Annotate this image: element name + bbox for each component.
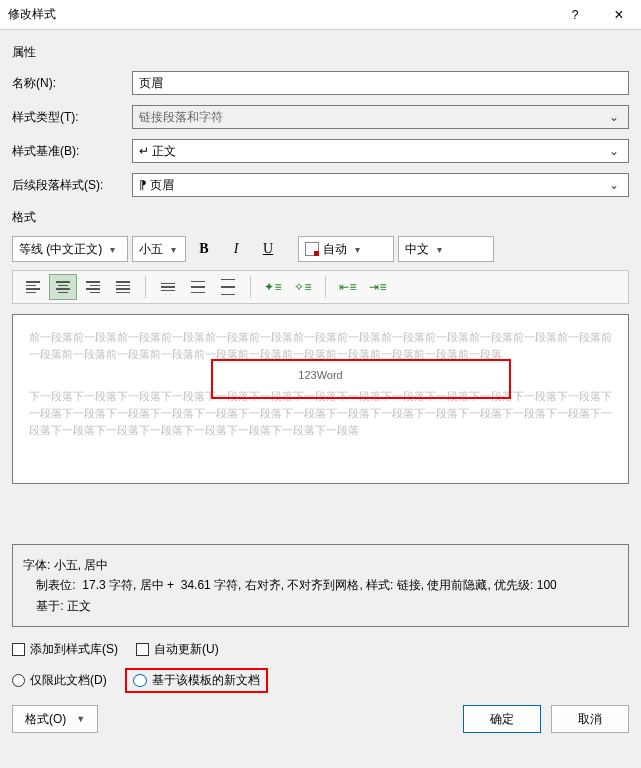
bold-button[interactable]: B bbox=[190, 236, 218, 262]
base-select[interactable]: ↵ 正文⌄ bbox=[132, 139, 629, 163]
follow-label: 后续段落样式(S): bbox=[12, 177, 132, 194]
align-justify-button[interactable] bbox=[109, 274, 137, 300]
chevron-down-icon: ▼ bbox=[76, 714, 85, 724]
section-format-label: 格式 bbox=[12, 209, 629, 226]
template-radio[interactable]: 基于该模板的新文档 bbox=[133, 672, 260, 689]
radio-icon bbox=[12, 674, 25, 687]
color-select[interactable]: 自动▾ bbox=[298, 236, 394, 262]
preview-before: 前一段落前一段落前一段落前一段落前一段落前一段落前一段落前一段落前一段落前一段落… bbox=[29, 329, 612, 363]
base-label: 样式基准(B): bbox=[12, 143, 132, 160]
linespace-15-button[interactable] bbox=[184, 274, 212, 300]
font-select[interactable]: 等线 (中文正文)▾ bbox=[12, 236, 128, 262]
desc-line: 基于: 正文 bbox=[23, 596, 618, 616]
indent-inc-button[interactable]: ⇥≡ bbox=[364, 274, 392, 300]
this-doc-radio[interactable]: 仅限此文档(D) bbox=[12, 672, 107, 689]
preview-after: 下一段落下一段落下一段落下一段落下一段落下一段落下一段落下一段落下一段落下一段落… bbox=[29, 388, 612, 439]
help-button[interactable]: ? bbox=[553, 0, 597, 30]
separator bbox=[325, 276, 326, 298]
align-left-button[interactable] bbox=[19, 274, 47, 300]
type-select: 链接段落和字符⌄ bbox=[132, 105, 629, 129]
chevron-down-icon: ⌄ bbox=[606, 144, 622, 158]
checkbox-icon bbox=[136, 643, 149, 656]
format-toolbar-1: 等线 (中文正文)▾ 小五▾ B I U 自动▾ 中文▾ bbox=[12, 236, 629, 262]
chevron-down-icon: ⌄ bbox=[606, 110, 622, 124]
cancel-button[interactable]: 取消 bbox=[551, 705, 629, 733]
type-label: 样式类型(T): bbox=[12, 109, 132, 126]
separator bbox=[250, 276, 251, 298]
desc-line: 字体: 小五, 居中 bbox=[23, 555, 618, 575]
chevron-down-icon: ▾ bbox=[110, 244, 115, 255]
radio-icon bbox=[133, 674, 147, 687]
name-label: 名称(N): bbox=[12, 75, 132, 92]
color-swatch-icon bbox=[305, 242, 319, 256]
separator bbox=[145, 276, 146, 298]
format-toolbar-2: ✦≡ ✧≡ ⇤≡ ⇥≡ bbox=[12, 270, 629, 304]
follow-select[interactable]: ⁋ 页眉⌄ bbox=[132, 173, 629, 197]
add-gallery-checkbox[interactable]: 添加到样式库(S) bbox=[12, 641, 118, 658]
linespace-2-button[interactable] bbox=[214, 274, 242, 300]
preview-sample: 123Word bbox=[29, 367, 612, 384]
section-props-label: 属性 bbox=[12, 44, 629, 61]
chevron-down-icon: ▾ bbox=[355, 244, 360, 255]
name-input[interactable]: 页眉 bbox=[132, 71, 629, 95]
size-select[interactable]: 小五▾ bbox=[132, 236, 186, 262]
window-title: 修改样式 bbox=[0, 6, 553, 23]
ok-button[interactable]: 确定 bbox=[463, 705, 541, 733]
underline-button[interactable]: U bbox=[254, 236, 282, 262]
lang-select[interactable]: 中文▾ bbox=[398, 236, 494, 262]
para-space-dec-button[interactable]: ✧≡ bbox=[289, 274, 317, 300]
para-space-inc-button[interactable]: ✦≡ bbox=[259, 274, 287, 300]
italic-button[interactable]: I bbox=[222, 236, 250, 262]
dialog-footer: 格式(O)▼ 确定 取消 bbox=[0, 693, 641, 745]
chevron-down-icon: ▾ bbox=[171, 244, 176, 255]
chevron-down-icon: ▾ bbox=[437, 244, 442, 255]
align-right-button[interactable] bbox=[79, 274, 107, 300]
desc-line: 制表位: 17.3 字符, 居中 + 34.61 字符, 右对齐, 不对齐到网格… bbox=[23, 575, 618, 595]
align-center-button[interactable] bbox=[49, 274, 77, 300]
chevron-down-icon: ⌄ bbox=[606, 178, 622, 192]
indent-dec-button[interactable]: ⇤≡ bbox=[334, 274, 362, 300]
auto-update-checkbox[interactable]: 自动更新(U) bbox=[136, 641, 219, 658]
preview-pane: 前一段落前一段落前一段落前一段落前一段落前一段落前一段落前一段落前一段落前一段落… bbox=[12, 314, 629, 484]
format-menu-button[interactable]: 格式(O)▼ bbox=[12, 705, 98, 733]
titlebar: 修改样式 ? × bbox=[0, 0, 641, 30]
description-box: 字体: 小五, 居中 制表位: 17.3 字符, 居中 + 34.61 字符, … bbox=[12, 544, 629, 627]
highlight-box-icon: 基于该模板的新文档 bbox=[125, 668, 268, 693]
linespace-1-button[interactable] bbox=[154, 274, 182, 300]
checkbox-icon bbox=[12, 643, 25, 656]
close-button[interactable]: × bbox=[597, 0, 641, 30]
